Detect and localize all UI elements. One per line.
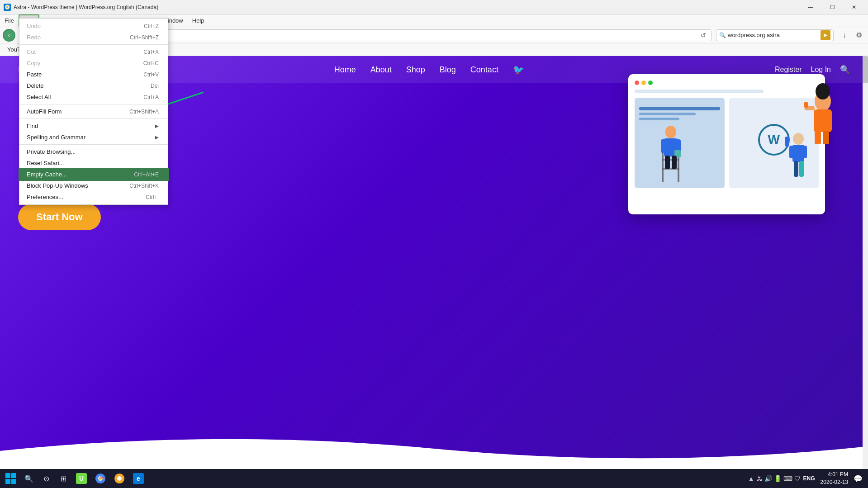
upwork-icon: U xyxy=(76,473,87,484)
hero-illustration: W xyxy=(628,74,832,237)
ctx-find-right: ▶ xyxy=(133,123,159,128)
start-now-button[interactable]: Start Now xyxy=(18,204,101,230)
ctx-select-all-label: Select All xyxy=(27,94,125,100)
taskbar-app-edge[interactable]: e xyxy=(129,469,147,488)
svg-rect-26 xyxy=(823,131,829,144)
menu-help[interactable]: Help xyxy=(188,14,209,27)
window-title: Astra - WordPress theme | WordPress.org … xyxy=(14,4,158,10)
nav-blog[interactable]: Blog xyxy=(440,65,456,75)
ctx-find-label: Find xyxy=(27,123,133,129)
svg-rect-11 xyxy=(665,156,670,169)
windows-logo-icon xyxy=(5,473,16,484)
taskbar-search-button[interactable]: 🔍 xyxy=(21,470,37,487)
settings-button[interactable]: ⚙ xyxy=(853,29,865,42)
mockup-url-bar xyxy=(635,90,764,93)
mockup-card-left xyxy=(635,98,725,188)
ctx-find[interactable]: Find ▶ xyxy=(19,120,168,132)
svg-rect-22 xyxy=(814,109,832,132)
edge-letter: e xyxy=(137,475,140,482)
scrollbar-thumb[interactable] xyxy=(863,56,868,83)
mockup-bar-1 xyxy=(639,107,720,110)
minimize-button[interactable]: — xyxy=(800,0,821,14)
notification-center-button[interactable]: 💬 xyxy=(854,474,863,483)
taskbar-app-chrome-canary[interactable] xyxy=(110,469,128,488)
maximize-button[interactable]: ☐ xyxy=(822,0,843,14)
ctx-copy-shortcut: Ctrl+C xyxy=(143,60,159,66)
ctx-cut-shortcut: Ctrl+X xyxy=(143,49,159,55)
ctx-autofill-label: AutoFill Form xyxy=(27,108,111,115)
ctx-empty-cache-label: Empty Cache... xyxy=(27,171,116,178)
ctx-spelling[interactable]: Spelling and Grammar ▶ xyxy=(19,132,168,143)
language-indicator[interactable]: ENG xyxy=(803,475,815,482)
close-button[interactable]: ✕ xyxy=(844,0,864,14)
systray-arrow[interactable]: ▲ xyxy=(748,475,754,482)
ctx-preferences-shortcut: Ctrl+, xyxy=(146,194,159,200)
reload-button[interactable]: ↺ xyxy=(698,30,708,40)
ctx-divider-2 xyxy=(19,104,168,104)
ctx-preferences-label: Preferences... xyxy=(27,194,128,200)
search-go-button[interactable]: ▶ xyxy=(821,30,830,40)
title-bar: 🧭 Astra - WordPress theme | WordPress.or… xyxy=(0,0,868,14)
ctx-delete-label: Delete xyxy=(27,82,133,89)
taskbar-cortana-button[interactable]: ⊙ xyxy=(38,470,54,487)
ctx-spelling-arrow: ▶ xyxy=(155,135,159,140)
ctx-autofill-shortcut: Ctrl+Shift+A xyxy=(129,109,159,115)
ctx-autofill[interactable]: AutoFill Form Ctrl+Shift+A xyxy=(19,106,168,117)
ctx-paste[interactable]: Paste Ctrl+V xyxy=(19,69,168,80)
twitter-icon[interactable]: 🐦 xyxy=(513,64,524,75)
taskbar-taskview-button[interactable]: ⊞ xyxy=(55,470,71,487)
keyboard-icon[interactable]: ⌨ xyxy=(783,475,792,482)
nav-contact[interactable]: Contact xyxy=(470,65,498,75)
svg-rect-19 xyxy=(799,161,804,177)
ctx-block-popup-label: Block Pop-Up Windows xyxy=(27,182,111,189)
ctx-private-browsing[interactable]: Private Browsing... xyxy=(19,146,168,157)
site-nav: Home About Shop Blog Contact 🐦 xyxy=(334,64,524,75)
ctx-block-popup[interactable]: Block Pop-Up Windows Ctrl+Shift+K xyxy=(19,180,168,191)
battery-icon[interactable]: 🔋 xyxy=(774,475,782,482)
downloads-button[interactable]: ↓ xyxy=(838,29,851,42)
title-bar-left: 🧭 Astra - WordPress theme | WordPress.or… xyxy=(4,4,158,11)
scrollbar-track xyxy=(863,56,868,469)
menu-file[interactable]: File xyxy=(0,14,19,27)
ctx-paste-label: Paste xyxy=(27,71,125,78)
start-button[interactable] xyxy=(2,469,20,488)
taskbar: 🔍 ⊙ ⊞ U xyxy=(0,469,868,488)
svg-rect-12 xyxy=(672,156,677,169)
ctx-copy[interactable]: Copy Ctrl+C xyxy=(19,57,168,69)
ctx-delete[interactable]: Delete Del xyxy=(19,80,168,91)
taskbar-clock[interactable]: 4:01 PM 2020-02-13 xyxy=(818,471,851,486)
edge-icon: e xyxy=(133,473,144,484)
chrome-icon xyxy=(95,473,106,484)
network-icon[interactable]: 🖧 xyxy=(756,475,763,482)
ctx-preferences[interactable]: Preferences... Ctrl+, xyxy=(19,191,168,203)
nav-home[interactable]: Home xyxy=(334,65,356,75)
ctx-select-all[interactable]: Select All Ctrl+A xyxy=(19,91,168,103)
ctx-spelling-label: Spelling and Grammar xyxy=(27,134,155,141)
taskbar-app-upwork[interactable]: U xyxy=(72,469,90,488)
ctx-redo[interactable]: Redo Ctrl+Shift+Z xyxy=(19,32,168,43)
ctx-redo-label: Redo xyxy=(27,34,112,41)
ctx-undo[interactable]: Undo Ctrl+Z xyxy=(19,20,168,32)
mockup-bar-2 xyxy=(639,113,696,115)
taskbar-app-chrome[interactable] xyxy=(91,469,109,488)
svg-point-30 xyxy=(117,476,122,481)
ctx-cut[interactable]: Cut Ctrl+X xyxy=(19,46,168,57)
start-sq-4 xyxy=(11,479,16,484)
svg-point-6 xyxy=(665,126,676,138)
ctx-reset-safari[interactable]: Reset Safari... xyxy=(19,157,168,169)
ctx-empty-cache-shortcut: Ctrl+Alt+E xyxy=(134,171,159,178)
taskbar-pinned-apps: U xyxy=(72,469,147,488)
ctx-empty-cache[interactable]: Empty Cache... Ctrl+Alt+E xyxy=(19,169,168,180)
ctx-paste-shortcut: Ctrl+V xyxy=(143,71,159,78)
nav-about[interactable]: About xyxy=(370,65,392,75)
nav-shop[interactable]: Shop xyxy=(406,65,425,75)
security-shield-icon[interactable]: 🛡 xyxy=(794,475,801,482)
svg-rect-18 xyxy=(794,161,798,177)
systray: ▲ 🖧 🔊 🔋 ⌨ 🛡 xyxy=(748,475,801,482)
ctx-find-arrow: ▶ xyxy=(155,123,159,128)
volume-icon[interactable]: 🔊 xyxy=(764,475,772,482)
window-controls: — ☐ ✕ xyxy=(800,0,864,14)
svg-rect-16 xyxy=(785,137,789,147)
search-bar[interactable]: 🔍 wordpress.org astra ▶ xyxy=(716,29,834,41)
back-button[interactable]: ‹ xyxy=(3,29,15,42)
